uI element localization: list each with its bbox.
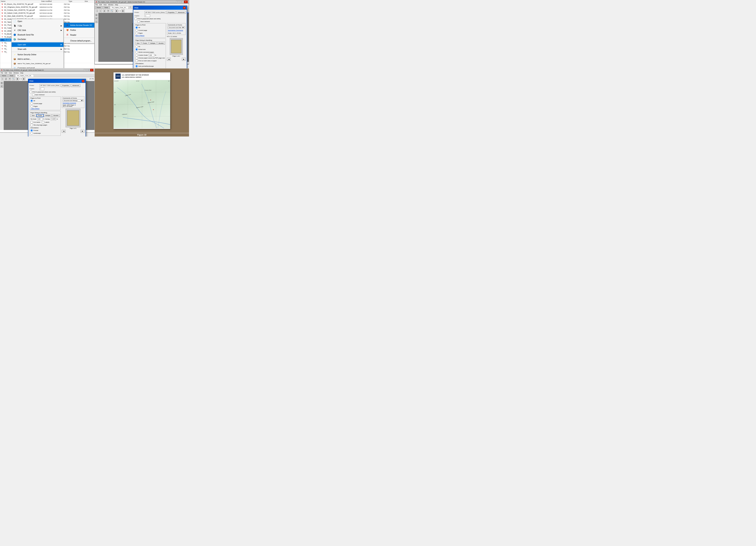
grayscale-cb-09[interactable] (30, 91, 32, 93)
ctx-addrar[interactable]: 📦 Add to "TN_Cades_Cove_20190416_TM_geo.… (12, 61, 63, 66)
help-link-08[interactable]: Help (187, 12, 189, 13)
properties-btn-08[interactable]: Properties (166, 11, 176, 14)
curr-radio-09[interactable] (30, 102, 33, 105)
choose-paper-checkbox-08[interactable] (135, 57, 138, 59)
labels-cb-09[interactable] (42, 121, 44, 123)
menu-edit-09[interactable]: Edit (5, 72, 7, 74)
maximize-btn[interactable]: □ (180, 1, 183, 3)
tilescale-input-09[interactable] (37, 118, 42, 120)
multiple-btn-08[interactable]: Multiple (149, 42, 157, 45)
close-btn[interactable]: ✕ (184, 1, 188, 3)
all-radio-08[interactable] (135, 26, 138, 29)
tab-home-08[interactable]: Home (95, 6, 102, 9)
min-btn-09[interactable]: ─ (84, 69, 87, 71)
search-icon[interactable]: 🔍 (110, 9, 113, 12)
poster-btn-08[interactable]: Poster (142, 42, 148, 45)
prev-page-icon[interactable]: ◀ (115, 9, 118, 12)
tab-doc-09[interactable]: TN_Cades_Cove_20... (15, 74, 34, 77)
print-icon-09[interactable]: 🖨 (4, 77, 7, 80)
pg-radio-09[interactable] (30, 105, 33, 108)
more-options-link-08[interactable]: More Options (135, 35, 144, 36)
back-icon-09[interactable]: ◁ (1, 77, 4, 80)
ctx-norton[interactable]: ✓ Norton Security Online (12, 52, 63, 57)
tab-doc-08[interactable]: TN_Cades_Cove_20... (110, 6, 128, 9)
ctx-sharewith[interactable]: Share with ▶ (12, 47, 63, 51)
file-row[interactable]: N NC_Fontana_Dam_20190729_TM_geo.pdf 9/2… (0, 9, 94, 12)
summarize-link-09[interactable]: Summarize Comments (63, 102, 83, 104)
summarize-link-08[interactable]: Summarize Comments (168, 30, 185, 31)
menu-view[interactable]: View (103, 4, 107, 6)
copies-input-09[interactable] (40, 88, 44, 90)
email-icon-09[interactable]: ✉ (8, 77, 11, 80)
custom-scale-input-08[interactable] (149, 54, 154, 56)
tilelarge-cb-09[interactable] (30, 124, 33, 126)
menu-help[interactable]: Help (115, 4, 118, 6)
print-icon[interactable]: 🖨 (103, 9, 106, 12)
comments-select-08[interactable]: Document and Markups (168, 26, 185, 29)
pages-09[interactable]: P (1, 85, 3, 88)
actual-radio-08[interactable] (135, 48, 138, 51)
fwd-icon[interactable]: ▷ (99, 9, 102, 12)
bookmark-panel-icon[interactable]: B (95, 14, 98, 16)
prev-btn-09[interactable]: ◀ (62, 130, 66, 133)
cutmarks-cb-09[interactable] (30, 121, 33, 123)
max-btn-09[interactable]: □ (87, 69, 90, 71)
file-row[interactable]: N NC_Silers_Bald_20190729_TM_geo.pdf 9/2… (0, 15, 94, 18)
landscape-radio-09[interactable] (30, 132, 33, 134)
next-page-icon[interactable]: ▶ (122, 9, 125, 12)
prev-pg-09[interactable]: ◀ (16, 77, 19, 80)
tab-tools-09[interactable]: Tools (8, 74, 15, 77)
copies-input-08[interactable] (145, 14, 150, 17)
printer-input-09[interactable] (40, 84, 60, 87)
submenu-reader[interactable]: R Reader (64, 32, 95, 37)
ctx-geosetter[interactable]: 🌍 GeoSetter (12, 37, 63, 41)
portrait-radio-09[interactable] (30, 129, 33, 132)
both-sides-checkbox-08[interactable] (135, 60, 138, 62)
ctx-crcsha[interactable]: # CRC SHA ▶ (12, 28, 63, 32)
pages-radio-08[interactable] (135, 32, 138, 34)
all-radio-09[interactable] (30, 100, 33, 102)
file-row[interactable]: N NC_Clingmans_Dome_20190730_TM_geo.pdf … (0, 6, 94, 9)
next-btn-09[interactable]: ▶ (81, 130, 84, 133)
booklet-btn-09[interactable]: Booklet (52, 114, 60, 117)
layers-panel-icon[interactable]: L (95, 20, 98, 23)
saveink-checkbox-08[interactable] (137, 20, 140, 23)
ctx-open[interactable]: 📄 Open (12, 19, 63, 24)
size-btn-09[interactable]: Size (30, 114, 36, 117)
more-options-09[interactable]: + More Options (30, 108, 60, 109)
menu-edit[interactable]: Edit (99, 4, 102, 6)
submenu-firefox[interactable]: 🦊 Firefox (64, 28, 95, 32)
submenu-acrobat[interactable]: A Adobe Acrobat Reader DC (64, 23, 95, 28)
adv-btn-09[interactable]: Advanced (71, 84, 80, 87)
advanced-btn-08[interactable]: Advanced (176, 11, 186, 14)
pages-panel-icon[interactable]: P (95, 17, 98, 20)
print-close-09[interactable]: ✕ (82, 80, 84, 82)
size-btn-08[interactable]: Size (135, 42, 141, 45)
comments-sel-09[interactable]: Document and Markups (63, 100, 83, 102)
grayscale-checkbox-08[interactable] (134, 18, 137, 20)
prev-preview-btn-08[interactable]: ◀ (167, 58, 171, 61)
bookmark-09[interactable]: B (1, 82, 3, 84)
multiple-btn-09[interactable]: Multiple (44, 114, 52, 117)
file-row[interactable]: N NC_Noland_Creek_20190729_TM_geo.pdf 9/… (0, 12, 94, 15)
portrait-radio-08[interactable] (135, 68, 138, 68)
booklet-btn-08[interactable]: Booklet (157, 42, 165, 45)
menu-view-09[interactable]: View (9, 72, 12, 74)
printer-input-08[interactable] (145, 11, 166, 14)
auto-orient-radio-08[interactable] (135, 65, 138, 67)
search-icon-09[interactable]: 🔍 (12, 77, 15, 80)
print-dialog-close-08[interactable]: ✕ (183, 7, 186, 9)
file-row[interactable]: N NC_Bryson_City_20190729_TM_geo.pdf 9/2… (0, 3, 94, 6)
tab-tools-08[interactable]: Tools (103, 6, 110, 9)
ctx-openwith[interactable]: Open with ▶ (12, 42, 63, 47)
poster-btn-09[interactable]: Poster (36, 114, 44, 117)
tab-home-09[interactable]: Home (0, 74, 8, 77)
prop-btn-09[interactable]: Properties (61, 84, 70, 87)
minimize-btn[interactable]: ─ (176, 1, 179, 3)
submenu-default[interactable]: Choose default program... (64, 38, 95, 43)
ctx-7zip[interactable]: 🗜 7-Zip ▶ (12, 24, 63, 28)
menu-window[interactable]: Window (108, 4, 113, 6)
fit-radio-08[interactable] (135, 45, 138, 48)
shrink-radio-08[interactable] (135, 51, 138, 53)
ctx-compress[interactable]: 📧 Compress and email... (12, 66, 63, 68)
